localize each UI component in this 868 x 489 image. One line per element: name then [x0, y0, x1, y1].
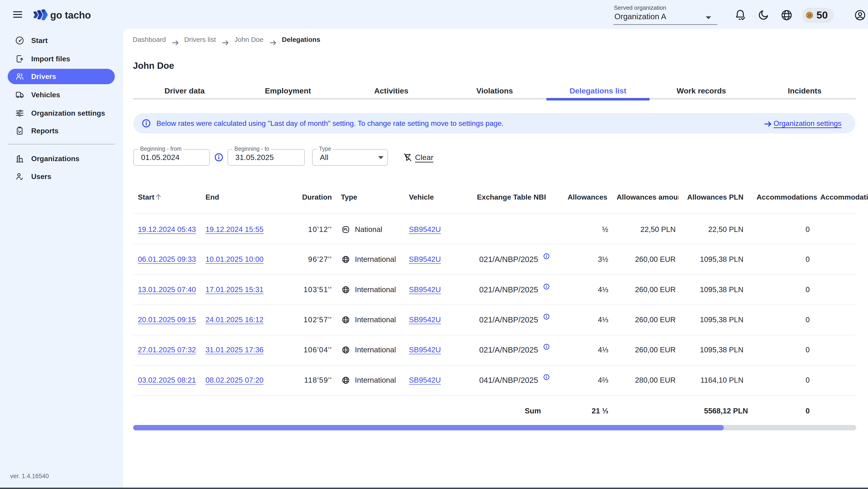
svg-text:PL: PL	[343, 227, 348, 232]
